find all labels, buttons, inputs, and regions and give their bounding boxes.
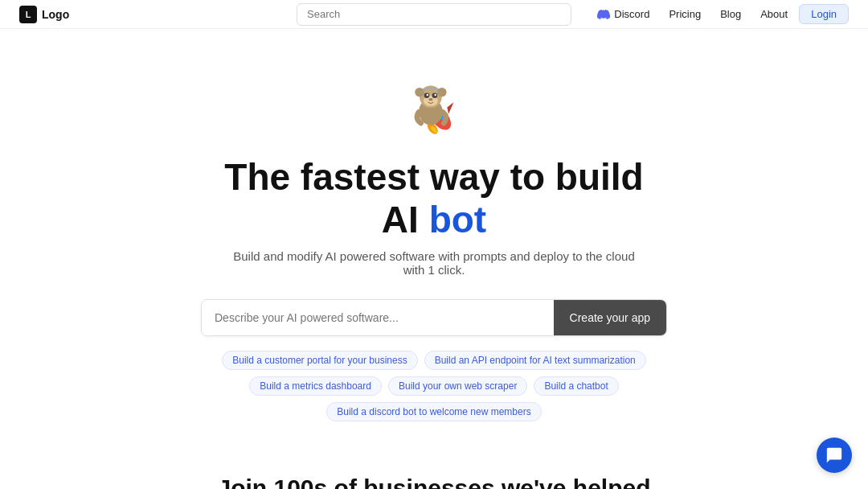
login-button[interactable]: Login (799, 4, 849, 24)
hero-ai-prefix: AI (382, 199, 429, 240)
chat-icon (825, 446, 843, 464)
about-label: About (760, 8, 788, 20)
discord-icon (597, 8, 610, 21)
hero-section: The fastest way to build AI bot Build an… (0, 29, 868, 446)
navbar: L Logo Discord Pricing Blog About Login (0, 0, 868, 29)
hero-subtitle: Build and modify AI powered software wit… (233, 249, 635, 277)
svg-point-11 (434, 94, 436, 96)
hero-bot-word: bot (429, 199, 487, 240)
join-title: Join 100s of businesses we've helped (19, 475, 849, 489)
chip-2[interactable]: Build a metrics dashboard (249, 376, 382, 396)
nav-links: Discord Pricing Blog About Login (589, 4, 849, 24)
svg-marker-1 (447, 102, 453, 114)
chip-4[interactable]: Build a chatbot (534, 376, 618, 396)
discord-label: Discord (614, 8, 649, 20)
hero-input-wrapper: Create your app (201, 299, 667, 336)
search-input[interactable] (297, 3, 571, 26)
logo-text: Logo (42, 8, 69, 21)
logo-icon: L (19, 6, 37, 23)
about-link[interactable]: About (752, 5, 796, 23)
svg-point-10 (427, 94, 428, 96)
discord-link[interactable]: Discord (589, 5, 657, 24)
chip-1[interactable]: Build an API endpoint for AI text summar… (424, 351, 646, 370)
logo[interactable]: L Logo (19, 6, 69, 23)
hero-describe-input[interactable] (202, 300, 554, 335)
svg-point-14 (437, 88, 446, 97)
hero-title-line2: AI bot (224, 199, 643, 241)
join-section: Join 100s of businesses we've helped (0, 446, 868, 489)
svg-point-12 (428, 98, 432, 101)
search-wrapper (297, 3, 571, 26)
pricing-link[interactable]: Pricing (661, 5, 709, 23)
pricing-label: Pricing (669, 8, 701, 20)
hero-title: The fastest way to build AI bot (224, 156, 643, 241)
chip-0[interactable]: Build a customer portal for your busines… (222, 351, 417, 370)
hero-mascot (398, 69, 470, 142)
blog-label: Blog (720, 8, 741, 20)
chips-container: Build a customer portal for your busines… (177, 351, 691, 421)
blog-link[interactable]: Blog (712, 5, 749, 23)
hero-title-line1: The fastest way to build (224, 156, 643, 198)
create-app-button[interactable]: Create your app (554, 300, 666, 335)
chip-3[interactable]: Build your own web scraper (388, 376, 527, 396)
svg-point-13 (415, 88, 424, 97)
chat-bubble-button[interactable] (817, 438, 852, 473)
chip-5[interactable]: Build a discord bot to welcome new membe… (326, 402, 541, 421)
